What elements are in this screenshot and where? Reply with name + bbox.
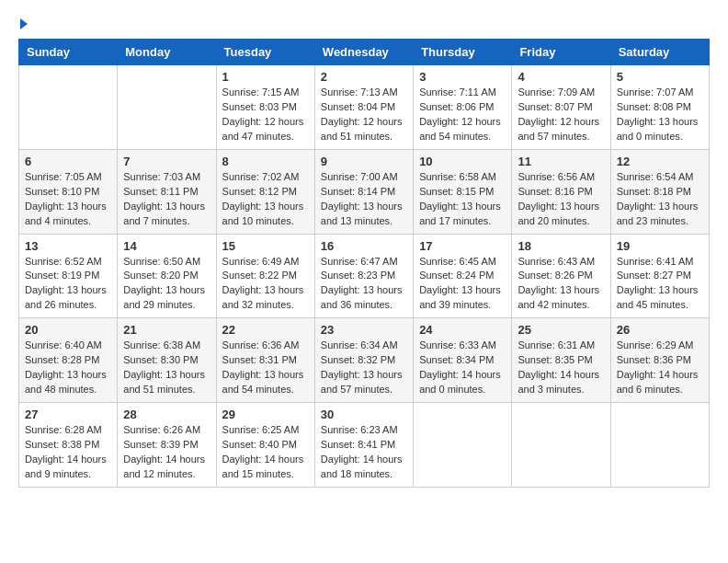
day-number: 17 xyxy=(419,239,506,253)
day-info: Sunrise: 7:15 AM Sunset: 8:03 PM Dayligh… xyxy=(222,86,309,144)
weekday-header-tuesday: Tuesday xyxy=(216,40,314,65)
day-number: 22 xyxy=(222,323,309,337)
calendar-cell: 19Sunrise: 6:41 AM Sunset: 8:27 PM Dayli… xyxy=(610,234,709,318)
day-info: Sunrise: 6:49 AM Sunset: 8:22 PM Dayligh… xyxy=(222,255,309,314)
calendar-cell: 6Sunrise: 7:05 AM Sunset: 8:10 PM Daylig… xyxy=(19,149,118,234)
calendar-cell: 2Sunrise: 7:13 AM Sunset: 8:04 PM Daylig… xyxy=(314,65,413,150)
day-info: Sunrise: 6:28 AM Sunset: 8:38 PM Dayligh… xyxy=(25,423,111,482)
day-number: 26 xyxy=(617,323,703,337)
calendar-cell: 25Sunrise: 6:31 AM Sunset: 8:35 PM Dayli… xyxy=(512,318,610,403)
day-info: Sunrise: 6:41 AM Sunset: 8:27 PM Dayligh… xyxy=(617,255,703,314)
calendar-week-row: 27Sunrise: 6:28 AM Sunset: 8:38 PM Dayli… xyxy=(19,403,710,488)
calendar-cell: 9Sunrise: 7:00 AM Sunset: 8:14 PM Daylig… xyxy=(314,149,413,234)
day-number: 25 xyxy=(518,323,604,337)
calendar-cell xyxy=(512,403,610,488)
day-info: Sunrise: 6:31 AM Sunset: 8:35 PM Dayligh… xyxy=(518,339,604,397)
calendar-cell xyxy=(610,403,709,488)
calendar-cell: 18Sunrise: 6:43 AM Sunset: 8:26 PM Dayli… xyxy=(512,234,610,318)
day-info: Sunrise: 6:29 AM Sunset: 8:36 PM Dayligh… xyxy=(617,339,703,397)
calendar-cell: 12Sunrise: 6:54 AM Sunset: 8:18 PM Dayli… xyxy=(610,149,709,234)
day-info: Sunrise: 7:02 AM Sunset: 8:12 PM Dayligh… xyxy=(222,170,309,229)
calendar-cell: 24Sunrise: 6:33 AM Sunset: 8:34 PM Dayli… xyxy=(414,318,512,403)
calendar-cell: 29Sunrise: 6:25 AM Sunset: 8:40 PM Dayli… xyxy=(216,403,314,488)
day-info: Sunrise: 6:40 AM Sunset: 8:28 PM Dayligh… xyxy=(25,339,111,397)
day-number: 5 xyxy=(617,70,703,84)
day-info: Sunrise: 6:34 AM Sunset: 8:32 PM Dayligh… xyxy=(321,339,407,397)
day-info: Sunrise: 7:05 AM Sunset: 8:10 PM Dayligh… xyxy=(25,170,111,229)
calendar-cell: 14Sunrise: 6:50 AM Sunset: 8:20 PM Dayli… xyxy=(118,234,216,318)
day-number: 14 xyxy=(123,239,210,253)
calendar-cell: 23Sunrise: 6:34 AM Sunset: 8:32 PM Dayli… xyxy=(314,318,413,403)
day-number: 28 xyxy=(123,408,210,421)
calendar-week-row: 1Sunrise: 7:15 AM Sunset: 8:03 PM Daylig… xyxy=(19,65,710,150)
day-number: 27 xyxy=(25,408,111,421)
day-info: Sunrise: 6:25 AM Sunset: 8:40 PM Dayligh… xyxy=(222,423,309,482)
weekday-header-friday: Friday xyxy=(512,40,610,65)
calendar-cell: 8Sunrise: 7:02 AM Sunset: 8:12 PM Daylig… xyxy=(216,149,314,234)
day-number: 13 xyxy=(25,239,111,253)
day-number: 23 xyxy=(321,323,407,337)
day-number: 10 xyxy=(419,155,506,168)
day-info: Sunrise: 6:54 AM Sunset: 8:18 PM Dayligh… xyxy=(617,170,703,229)
day-info: Sunrise: 6:52 AM Sunset: 8:19 PM Dayligh… xyxy=(25,255,111,314)
calendar-cell: 15Sunrise: 6:49 AM Sunset: 8:22 PM Dayli… xyxy=(216,234,314,318)
calendar-cell: 3Sunrise: 7:11 AM Sunset: 8:06 PM Daylig… xyxy=(414,65,512,150)
weekday-header-row: SundayMondayTuesdayWednesdayThursdayFrid… xyxy=(19,40,710,65)
calendar-cell xyxy=(19,65,118,150)
page-header xyxy=(18,18,710,29)
day-number: 1 xyxy=(222,70,309,84)
calendar-cell xyxy=(118,65,216,150)
day-info: Sunrise: 6:47 AM Sunset: 8:23 PM Dayligh… xyxy=(321,255,407,314)
day-info: Sunrise: 6:50 AM Sunset: 8:20 PM Dayligh… xyxy=(123,255,210,314)
day-info: Sunrise: 6:58 AM Sunset: 8:15 PM Dayligh… xyxy=(419,170,506,229)
calendar-cell: 4Sunrise: 7:09 AM Sunset: 8:07 PM Daylig… xyxy=(512,65,610,150)
calendar-week-row: 13Sunrise: 6:52 AM Sunset: 8:19 PM Dayli… xyxy=(19,234,710,318)
calendar-cell: 10Sunrise: 6:58 AM Sunset: 8:15 PM Dayli… xyxy=(414,149,512,234)
calendar-cell: 17Sunrise: 6:45 AM Sunset: 8:24 PM Dayli… xyxy=(414,234,512,318)
calendar-cell xyxy=(414,403,512,488)
weekday-header-wednesday: Wednesday xyxy=(314,40,413,65)
day-info: Sunrise: 7:13 AM Sunset: 8:04 PM Dayligh… xyxy=(321,86,407,144)
day-info: Sunrise: 6:26 AM Sunset: 8:39 PM Dayligh… xyxy=(123,423,210,482)
logo xyxy=(18,18,28,29)
calendar-cell: 21Sunrise: 6:38 AM Sunset: 8:30 PM Dayli… xyxy=(118,318,216,403)
day-info: Sunrise: 6:36 AM Sunset: 8:31 PM Dayligh… xyxy=(222,339,309,397)
day-info: Sunrise: 7:03 AM Sunset: 8:11 PM Dayligh… xyxy=(123,170,210,229)
calendar-cell: 5Sunrise: 7:07 AM Sunset: 8:08 PM Daylig… xyxy=(610,65,709,150)
calendar-cell: 20Sunrise: 6:40 AM Sunset: 8:28 PM Dayli… xyxy=(19,318,118,403)
calendar-cell: 16Sunrise: 6:47 AM Sunset: 8:23 PM Dayli… xyxy=(314,234,413,318)
day-info: Sunrise: 6:43 AM Sunset: 8:26 PM Dayligh… xyxy=(518,255,604,314)
day-info: Sunrise: 6:56 AM Sunset: 8:16 PM Dayligh… xyxy=(518,170,604,229)
day-number: 11 xyxy=(518,155,604,168)
day-number: 4 xyxy=(518,70,604,84)
day-info: Sunrise: 7:07 AM Sunset: 8:08 PM Dayligh… xyxy=(617,86,703,144)
calendar-cell: 11Sunrise: 6:56 AM Sunset: 8:16 PM Dayli… xyxy=(512,149,610,234)
day-info: Sunrise: 7:09 AM Sunset: 8:07 PM Dayligh… xyxy=(518,86,604,144)
calendar-cell: 7Sunrise: 7:03 AM Sunset: 8:11 PM Daylig… xyxy=(118,149,216,234)
day-info: Sunrise: 6:23 AM Sunset: 8:41 PM Dayligh… xyxy=(321,423,407,482)
day-number: 8 xyxy=(222,155,309,168)
day-number: 21 xyxy=(123,323,210,337)
day-number: 16 xyxy=(321,239,407,253)
day-number: 2 xyxy=(321,70,407,84)
day-number: 18 xyxy=(518,239,604,253)
day-number: 24 xyxy=(419,323,506,337)
day-number: 15 xyxy=(222,239,309,253)
weekday-header-monday: Monday xyxy=(118,40,216,65)
weekday-header-thursday: Thursday xyxy=(414,40,512,65)
calendar-week-row: 20Sunrise: 6:40 AM Sunset: 8:28 PM Dayli… xyxy=(19,318,710,403)
calendar-cell: 27Sunrise: 6:28 AM Sunset: 8:38 PM Dayli… xyxy=(19,403,118,488)
calendar-cell: 22Sunrise: 6:36 AM Sunset: 8:31 PM Dayli… xyxy=(216,318,314,403)
day-info: Sunrise: 6:45 AM Sunset: 8:24 PM Dayligh… xyxy=(419,255,506,314)
calendar-cell: 26Sunrise: 6:29 AM Sunset: 8:36 PM Dayli… xyxy=(610,318,709,403)
calendar-cell: 1Sunrise: 7:15 AM Sunset: 8:03 PM Daylig… xyxy=(216,65,314,150)
calendar-week-row: 6Sunrise: 7:05 AM Sunset: 8:10 PM Daylig… xyxy=(19,149,710,234)
day-number: 9 xyxy=(321,155,407,168)
day-number: 20 xyxy=(25,323,111,337)
day-info: Sunrise: 6:38 AM Sunset: 8:30 PM Dayligh… xyxy=(123,339,210,397)
calendar-table: SundayMondayTuesdayWednesdayThursdayFrid… xyxy=(18,39,710,488)
calendar-cell: 30Sunrise: 6:23 AM Sunset: 8:41 PM Dayli… xyxy=(314,403,413,488)
calendar-cell: 13Sunrise: 6:52 AM Sunset: 8:19 PM Dayli… xyxy=(19,234,118,318)
day-number: 19 xyxy=(617,239,703,253)
day-number: 30 xyxy=(321,408,407,421)
